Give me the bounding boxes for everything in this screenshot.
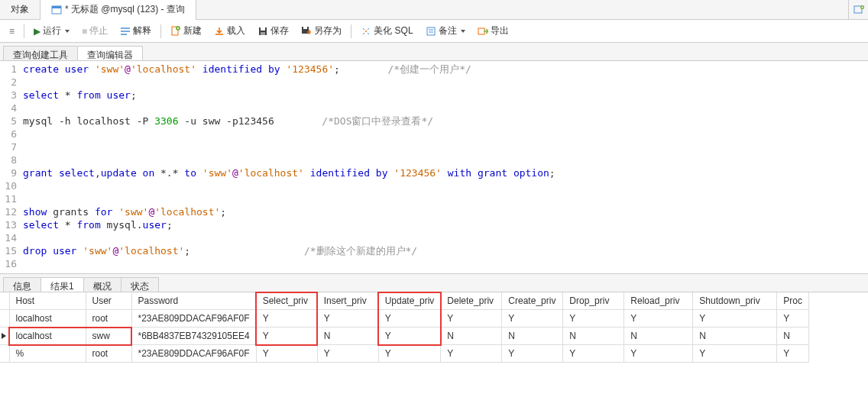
explain-icon	[120, 26, 131, 37]
query-icon	[51, 5, 62, 15]
backup-icon	[426, 26, 436, 37]
btab-info[interactable]: 信息	[3, 277, 41, 292]
col-header[interactable]: Password	[131, 292, 256, 310]
table-cell[interactable]: Y	[624, 310, 693, 328]
table-cell[interactable]: %	[9, 345, 86, 363]
tab-builder[interactable]: 查询创建工具	[3, 46, 78, 60]
table-cell[interactable]: N	[317, 328, 378, 345]
table-cell[interactable]: Y	[441, 345, 502, 363]
tab-objects[interactable]: 对象	[0, 0, 40, 20]
plus-icon	[853, 5, 864, 15]
run-btn[interactable]: ▶运行	[29, 23, 74, 39]
table-cell[interactable]: Y	[317, 310, 378, 328]
table-cell[interactable]: Y	[256, 328, 317, 345]
table-cell[interactable]: Y	[378, 345, 441, 363]
table-cell[interactable]: *23AE809DDACAF96AF0F	[131, 345, 256, 363]
col-header[interactable]: Shutdown_priv	[693, 292, 777, 310]
stop-btn[interactable]: ■停止	[77, 23, 112, 39]
save-btn[interactable]: 保存	[253, 23, 293, 39]
table-cell[interactable]: Y	[256, 310, 317, 328]
table-cell[interactable]: N	[441, 328, 502, 345]
table-cell[interactable]: Y	[502, 310, 563, 328]
svg-rect-1	[52, 6, 61, 8]
load-btn[interactable]: 载入	[209, 23, 250, 39]
backup-btn[interactable]: 备注	[421, 23, 470, 39]
table-cell[interactable]: Y	[777, 345, 809, 363]
col-header[interactable]	[0, 292, 9, 310]
table-cell[interactable]: Y	[693, 310, 777, 328]
row-marker-cell	[0, 328, 9, 345]
col-header[interactable]: User	[86, 292, 131, 310]
saveas-icon	[301, 26, 312, 37]
table-cell[interactable]: Y	[693, 345, 777, 363]
svg-rect-13	[478, 28, 484, 34]
table-cell[interactable]: *23AE809DDACAF96AF0F	[131, 310, 256, 328]
table-row[interactable]: localhostroot*23AE809DDACAF96AF0FYYYYYYY…	[0, 310, 809, 328]
table-row[interactable]: %root*23AE809DDACAF96AF0FYYYYYYYYY	[0, 345, 809, 363]
saveas-btn[interactable]: 另存为	[296, 23, 346, 39]
table-cell[interactable]: localhost	[9, 328, 86, 345]
col-header[interactable]: Create_priv	[502, 292, 563, 310]
table-cell[interactable]: Y	[441, 310, 502, 328]
col-header[interactable]: Update_priv	[378, 292, 441, 310]
svg-rect-10	[303, 27, 307, 29]
table-cell[interactable]: sww	[86, 328, 131, 345]
beautify-btn[interactable]: 美化 SQL	[356, 23, 417, 39]
new-tab-btn[interactable]	[848, 0, 868, 20]
btab-result[interactable]: 结果1	[40, 277, 84, 292]
col-header[interactable]: Insert_priv	[317, 292, 378, 310]
table-cell[interactable]: Y	[777, 310, 809, 328]
tab-label: 对象	[11, 3, 29, 16]
col-header[interactable]: Select_priv	[256, 292, 317, 310]
explain-btn[interactable]: 解释	[115, 23, 156, 39]
row-marker-icon	[2, 333, 6, 339]
load-icon	[214, 26, 225, 37]
toolbar: ≡ ▶运行 ■停止 解释 新建 载入 保存 另存为 美化 SQL 备注 导出	[0, 20, 868, 43]
new-btn[interactable]: 新建	[166, 23, 206, 39]
new-icon	[170, 26, 181, 37]
col-header[interactable]: Host	[9, 292, 86, 310]
beautify-icon	[361, 26, 371, 37]
table-cell[interactable]: N	[777, 328, 809, 345]
tab-query[interactable]: * 无标题 @mysql (123) - 查询	[40, 0, 196, 20]
menu-btn[interactable]: ≡	[5, 24, 19, 38]
tab-label: * 无标题 @mysql (123) - 查询	[65, 3, 185, 16]
col-header[interactable]: Reload_priv	[624, 292, 693, 310]
row-marker-cell	[0, 345, 9, 363]
table-cell[interactable]: N	[693, 328, 777, 345]
sql-editor[interactable]: 12345678910111213141516 create user 'sww…	[0, 61, 868, 274]
table-cell[interactable]: Y	[502, 345, 563, 363]
col-header[interactable]: Proc	[777, 292, 809, 310]
table-cell[interactable]: root	[86, 310, 131, 328]
table-cell[interactable]: Y	[563, 345, 624, 363]
col-header[interactable]: Delete_priv	[441, 292, 502, 310]
svg-rect-12	[427, 27, 435, 35]
export-icon	[478, 26, 488, 37]
table-cell[interactable]: Y	[317, 345, 378, 363]
caret-icon	[461, 30, 465, 33]
table-cell[interactable]: Y	[378, 310, 441, 328]
table-cell[interactable]: *6BB4837EB74329105EE4	[131, 328, 256, 345]
svg-point-11	[365, 31, 367, 32]
table-cell[interactable]: Y	[256, 345, 317, 363]
sub-tabs: 查询创建工具 查询编辑器	[0, 43, 868, 61]
table-cell[interactable]: root	[86, 345, 131, 363]
table-row[interactable]: localhostsww*6BB4837EB74329105EE4YNYNNNN…	[0, 328, 809, 345]
col-header[interactable]: Drop_priv	[563, 292, 624, 310]
btab-status[interactable]: 状态	[121, 277, 159, 292]
export-btn[interactable]: 导出	[473, 23, 513, 39]
result-table: HostUserPasswordSelect_privInsert_privUp…	[0, 292, 809, 363]
table-cell[interactable]: N	[563, 328, 624, 345]
table-cell[interactable]: localhost	[9, 310, 86, 328]
table-cell[interactable]: N	[624, 328, 693, 345]
btab-profile[interactable]: 概况	[83, 277, 121, 292]
table-cell[interactable]: Y	[624, 345, 693, 363]
result-grid[interactable]: HostUserPasswordSelect_privInsert_privUp…	[0, 292, 868, 363]
table-cell[interactable]: Y	[563, 310, 624, 328]
code[interactable]: create user 'sww'@'localhost' identified…	[23, 63, 868, 270]
table-cell[interactable]: Y	[378, 328, 441, 345]
table-cell[interactable]: N	[502, 328, 563, 345]
tab-editor[interactable]: 查询编辑器	[77, 46, 143, 60]
caret-icon	[65, 30, 70, 33]
svg-rect-7	[261, 27, 265, 31]
